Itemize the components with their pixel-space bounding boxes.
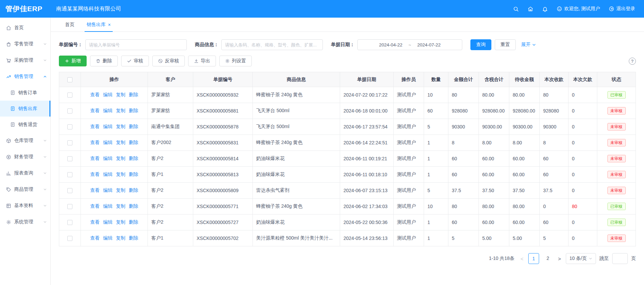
row-action-view[interactable]: 查看 <box>90 219 100 225</box>
sidebar-item-sales-return[interactable]: 销售退货 <box>0 117 50 133</box>
sidebar-item-retail[interactable]: 零售管理 <box>0 36 50 52</box>
export-button[interactable]: 导出 <box>188 56 216 66</box>
row-action-delete[interactable]: 删除 <box>129 187 138 193</box>
row-checkbox[interactable] <box>67 172 72 177</box>
row-action-edit[interactable]: 编辑 <box>103 92 113 97</box>
help-icon[interactable]: ? <box>629 58 636 65</box>
row-action-delete[interactable]: 删除 <box>129 171 138 177</box>
bell-icon[interactable] <box>542 6 548 12</box>
page-size-select[interactable]: 10 条/页 <box>566 253 596 264</box>
row-action-edit[interactable]: 编辑 <box>103 171 113 177</box>
row-action-copy[interactable]: 复制 <box>116 92 126 97</box>
logout-button[interactable]: 退出登录 <box>609 6 635 12</box>
close-icon[interactable]: × <box>108 22 111 27</box>
sidebar-item-system[interactable]: 系统管理 <box>0 214 50 230</box>
row-checkbox[interactable] <box>67 124 72 129</box>
row-action-edit[interactable]: 编辑 <box>103 187 113 193</box>
row-action-copy[interactable]: 复制 <box>116 203 126 209</box>
row-action-edit[interactable]: 编辑 <box>103 235 113 241</box>
row-checkbox[interactable] <box>67 140 72 145</box>
add-button[interactable]: 新增 <box>59 56 87 66</box>
row-action-delete[interactable]: 删除 <box>129 108 138 113</box>
sidebar-item-report[interactable]: 报表查询 <box>0 165 50 181</box>
column-header: 含税合计 <box>479 72 509 87</box>
jump-input[interactable] <box>612 253 628 264</box>
page-button-1[interactable]: 1 <box>528 253 539 264</box>
column-header: 金额合计 <box>448 72 479 87</box>
delete-button[interactable]: 删除 <box>90 56 118 66</box>
sidebar-item-finance[interactable]: 财务管理 <box>0 149 50 165</box>
sidebar-item-home[interactable]: 首页 <box>0 20 50 36</box>
product-info-input[interactable] <box>221 39 323 50</box>
row-action-edit[interactable]: 编辑 <box>103 124 113 129</box>
cell-bill_no: XSCK00000005831 <box>193 135 253 151</box>
row-action-delete[interactable]: 删除 <box>129 92 138 97</box>
search-icon[interactable] <box>513 6 519 12</box>
row-action-copy[interactable]: 复制 <box>116 108 126 113</box>
select-all-checkbox[interactable] <box>67 77 72 82</box>
pagination-total: 1-10 共18条 <box>489 256 514 262</box>
row-action-view[interactable]: 查看 <box>90 92 100 97</box>
expand-toggle[interactable]: 展开 <box>521 42 536 48</box>
prev-page-button[interactable]: < <box>519 256 525 262</box>
page-button-2[interactable]: 2 <box>542 253 553 264</box>
next-page-button[interactable]: > <box>557 256 562 262</box>
audit-button[interactable]: 审核 <box>121 56 149 66</box>
row-checkbox[interactable] <box>67 236 72 241</box>
column-settings-button[interactable]: 列设置 <box>219 56 252 66</box>
sidebar-item-warehouse[interactable]: 仓库管理 <box>0 133 50 149</box>
row-action-delete[interactable]: 删除 <box>129 156 138 161</box>
row-action-copy[interactable]: 复制 <box>116 219 126 225</box>
cell-qty: 5 <box>424 119 448 135</box>
row-action-view[interactable]: 查看 <box>90 203 100 209</box>
row-action-edit[interactable]: 编辑 <box>103 219 113 225</box>
row-action-copy[interactable]: 复制 <box>116 235 126 241</box>
row-checkbox[interactable] <box>67 108 72 114</box>
row-action-delete[interactable]: 删除 <box>129 124 138 129</box>
sidebar-item-basicdata[interactable]: 基本资料 <box>0 198 50 214</box>
home-shortcut-icon[interactable] <box>528 6 533 12</box>
row-checkbox[interactable] <box>67 188 72 193</box>
row-action-edit[interactable]: 编辑 <box>103 203 113 209</box>
row-checkbox[interactable] <box>67 220 72 225</box>
row-action-view[interactable]: 查看 <box>90 140 100 145</box>
row-action-delete[interactable]: 删除 <box>129 203 138 209</box>
cell-amount_tax: 60.00 <box>479 215 509 230</box>
row-action-view[interactable]: 查看 <box>90 124 100 129</box>
row-action-copy[interactable]: 复制 <box>116 156 126 161</box>
row-action-delete[interactable]: 删除 <box>129 235 138 241</box>
row-action-view[interactable]: 查看 <box>90 156 100 161</box>
reset-button[interactable]: 重置 <box>495 39 516 50</box>
bill-no-input[interactable] <box>85 39 187 50</box>
row-checkbox[interactable] <box>67 93 72 98</box>
search-button[interactable]: 查询 <box>470 39 491 50</box>
sidebar-item-sales[interactable]: 销售管理 <box>0 68 50 85</box>
date-range-picker[interactable]: 2024-04-22 ~ 2024-07-22 <box>357 39 462 50</box>
row-action-copy[interactable]: 复制 <box>116 187 126 193</box>
tab-sales-outbound[interactable]: 销售出库 × <box>81 18 117 32</box>
row-action-copy[interactable]: 复制 <box>116 140 126 145</box>
row-action-edit[interactable]: 编辑 <box>103 156 113 161</box>
row-checkbox[interactable] <box>67 204 72 209</box>
unaudit-button[interactable]: 反审核 <box>152 56 185 66</box>
user-welcome[interactable]: 欢迎您, 测试用户 <box>557 6 600 12</box>
row-action-view[interactable]: 查看 <box>90 235 100 241</box>
cell-customer: 客户2 <box>148 183 193 199</box>
row-action-copy[interactable]: 复制 <box>116 171 126 177</box>
tab-home[interactable]: 首页 <box>59 18 81 32</box>
row-action-view[interactable]: 查看 <box>90 108 100 113</box>
row-action-copy[interactable]: 复制 <box>116 124 126 129</box>
row-action-delete[interactable]: 删除 <box>129 219 138 225</box>
cell-operator: 测试用户 <box>394 230 424 246</box>
row-checkbox[interactable] <box>67 156 72 161</box>
cell-receivable: 80.00 <box>509 199 540 215</box>
sidebar-item-purchase[interactable]: 采购管理 <box>0 52 50 68</box>
row-action-edit[interactable]: 编辑 <box>103 108 113 113</box>
row-action-delete[interactable]: 删除 <box>129 140 138 145</box>
sidebar-item-sales-order[interactable]: 销售订单 <box>0 85 50 101</box>
row-action-view[interactable]: 查看 <box>90 171 100 177</box>
sidebar-item-sales-outbound[interactable]: 销售出库 <box>0 101 50 117</box>
row-action-edit[interactable]: 编辑 <box>103 140 113 145</box>
sidebar-item-product[interactable]: 商品管理 <box>0 181 50 198</box>
row-action-view[interactable]: 查看 <box>90 187 100 193</box>
